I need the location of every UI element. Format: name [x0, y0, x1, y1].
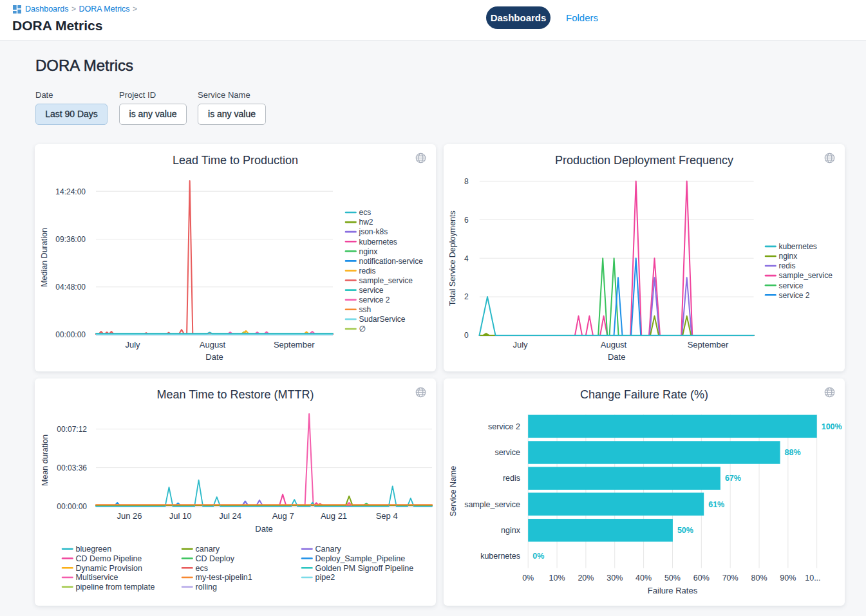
svg-text:Date: Date [255, 524, 272, 534]
svg-text:6: 6 [464, 216, 469, 225]
svg-text:61%: 61% [708, 500, 724, 509]
svg-text:04:48:00: 04:48:00 [55, 283, 86, 292]
svg-text:kubernetes: kubernetes [779, 242, 817, 251]
svg-text:CD Demo Pipeline: CD Demo Pipeline [76, 554, 142, 563]
svg-text:Mean Time to Restore (MTTR): Mean Time to Restore (MTTR) [156, 388, 314, 401]
svg-text:14:24:00: 14:24:00 [55, 187, 86, 196]
svg-text:service 2: service 2 [359, 295, 390, 304]
svg-text:30%: 30% [607, 574, 623, 583]
svg-text:sample_service: sample_service [779, 271, 833, 280]
svg-text:canary: canary [196, 545, 220, 554]
svg-text:100%: 100% [822, 422, 842, 431]
svg-text:40%: 40% [635, 574, 652, 583]
svg-text:August: August [200, 340, 226, 350]
svg-text:July: July [125, 340, 140, 350]
svg-text:00:00:00: 00:00:00 [57, 502, 87, 511]
svg-text:hw2: hw2 [359, 218, 373, 227]
svg-text:Multiservice: Multiservice [76, 573, 118, 582]
svg-text:80%: 80% [751, 574, 767, 583]
svg-text:70%: 70% [722, 574, 739, 583]
svg-text:kubernetes: kubernetes [359, 238, 397, 247]
svg-text:nginx: nginx [501, 526, 521, 535]
svg-text:09:36:00: 09:36:00 [55, 235, 86, 244]
svg-text:50%: 50% [677, 526, 693, 535]
svg-text:0%: 0% [522, 574, 534, 583]
svg-text:redis: redis [359, 266, 376, 275]
svg-text:July: July [513, 340, 528, 350]
svg-text:Date: Date [205, 352, 223, 362]
svg-text:Golden PM Signoff Pipeline: Golden PM Signoff Pipeline [315, 564, 414, 573]
svg-text:nginx: nginx [779, 252, 798, 261]
svg-text:Deploy_Sample_Pipeline: Deploy_Sample_Pipeline [315, 554, 406, 563]
svg-text:Sep 4: Sep 4 [376, 511, 398, 521]
svg-text:service: service [494, 448, 520, 457]
svg-text:sample_service: sample_service [359, 276, 413, 285]
svg-text:20%: 20% [578, 574, 594, 583]
svg-text:00:03:36: 00:03:36 [57, 463, 87, 472]
svg-text:10%: 10% [549, 574, 565, 583]
svg-text:redis: redis [779, 261, 796, 270]
svg-text:service 2: service 2 [488, 422, 520, 431]
svg-text:August: August [601, 340, 627, 350]
svg-text:September: September [274, 340, 315, 350]
svg-text:10...: 10... [805, 574, 820, 583]
svg-text:service 2: service 2 [779, 291, 810, 300]
svg-text:Service Name: Service Name [449, 466, 458, 517]
svg-text:88%: 88% [785, 448, 801, 457]
svg-text:json-k8s: json-k8s [359, 227, 388, 236]
svg-text:0: 0 [464, 331, 469, 340]
svg-text:Median Duration: Median Duration [40, 228, 49, 287]
svg-text:Failure Rates: Failure Rates [648, 586, 698, 595]
svg-text:Aug 21: Aug 21 [321, 511, 347, 521]
svg-text:0%: 0% [532, 552, 544, 561]
svg-text:rolling: rolling [196, 583, 217, 592]
svg-text:Date: Date [608, 352, 625, 362]
svg-text:sample_service: sample_service [464, 500, 520, 509]
svg-text:Production Deployment Frequenc: Production Deployment Frequency [555, 154, 733, 167]
svg-text:4: 4 [464, 254, 469, 263]
svg-text:service: service [779, 281, 804, 290]
svg-text:8: 8 [464, 177, 469, 186]
svg-text:ssh: ssh [359, 305, 372, 314]
svg-text:nginx: nginx [359, 247, 378, 256]
svg-text:50%: 50% [664, 574, 681, 583]
svg-text:67%: 67% [725, 474, 741, 483]
svg-text:service: service [359, 286, 384, 295]
svg-text:ecs: ecs [196, 564, 208, 573]
svg-text:September: September [688, 340, 729, 350]
svg-text:90%: 90% [780, 574, 796, 583]
svg-text:∅: ∅ [359, 324, 366, 333]
svg-text:Jun 26: Jun 26 [117, 511, 142, 521]
svg-text:Total Service Deployments: Total Service Deployments [449, 210, 458, 306]
svg-text:00:00:00: 00:00:00 [55, 330, 86, 339]
svg-text:Aug 7: Aug 7 [272, 511, 294, 521]
svg-text:Canary: Canary [315, 545, 342, 554]
svg-text:pipe2: pipe2 [315, 573, 335, 582]
svg-text:SudarService: SudarService [359, 315, 406, 324]
svg-text:Lead Time to Production: Lead Time to Production [173, 154, 298, 167]
svg-text:ecs: ecs [359, 208, 372, 217]
svg-text:2: 2 [464, 292, 469, 301]
svg-text:Jul 24: Jul 24 [219, 511, 241, 521]
svg-text:bluegreen: bluegreen [76, 545, 112, 554]
svg-text:notification-service: notification-service [359, 257, 424, 266]
svg-text:CD Deploy: CD Deploy [196, 554, 235, 563]
svg-text:my-test-pipelin1: my-test-pipelin1 [196, 573, 252, 582]
svg-text:pipeline from template: pipeline from template [76, 583, 155, 592]
svg-text:Mean duration: Mean duration [41, 434, 50, 486]
svg-text:redis: redis [503, 474, 520, 483]
svg-text:Dynamic Provision: Dynamic Provision [76, 564, 143, 573]
svg-text:kubernetes: kubernetes [480, 552, 520, 561]
svg-text:Change Failure Rate (%): Change Failure Rate (%) [580, 388, 708, 401]
svg-text:Jul 10: Jul 10 [169, 511, 192, 521]
svg-text:00:07:12: 00:07:12 [57, 425, 87, 434]
svg-text:60%: 60% [693, 574, 710, 583]
